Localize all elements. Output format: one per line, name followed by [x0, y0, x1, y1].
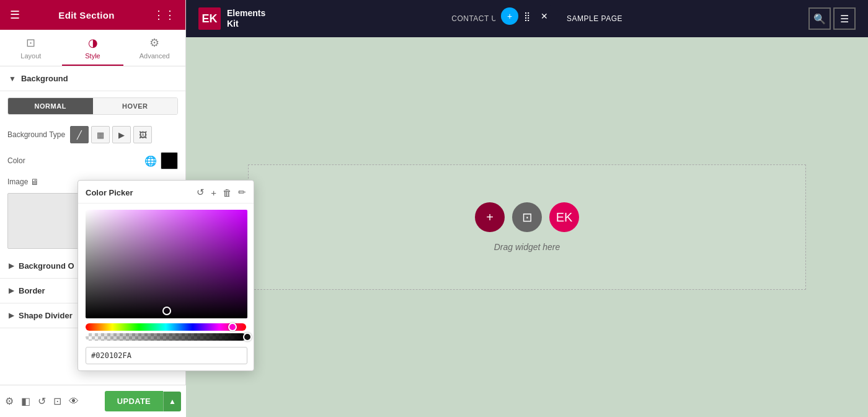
widget-buttons: + ⊡ EK: [475, 202, 579, 232]
cp-title: Color Picker: [86, 188, 133, 197]
style-icon: ◑: [88, 36, 98, 50]
advanced-icon: ⚙: [149, 36, 159, 50]
left-panel: ☰ Edit Section ⋮⋮ ⊡ Layout ◑ Style ⚙ Adv…: [0, 0, 186, 417]
image-label: Image 🖥: [7, 177, 39, 187]
add-widget-btn[interactable]: +: [475, 202, 505, 232]
hover-tab[interactable]: HOVER: [93, 98, 178, 114]
cp-delete-btn[interactable]: 🗑: [223, 187, 232, 198]
cp-add-btn[interactable]: +: [211, 187, 216, 198]
history-icon[interactable]: ↺: [38, 395, 46, 407]
panel-title: Edit Section: [58, 10, 114, 20]
tab-layout-label: Layout: [20, 52, 41, 60]
bg-type-gradient[interactable]: ▦: [91, 126, 110, 143]
settings-icon[interactable]: ⚙: [5, 395, 14, 407]
canvas-area: EK Elements Kit CONTACT US ABOUT SAMPLE …: [186, 0, 868, 417]
tab-layout[interactable]: ⊡ Layout: [0, 30, 62, 66]
layers-icon[interactable]: ◧: [21, 395, 30, 407]
cp-alpha-slider[interactable]: [86, 333, 246, 341]
nav-right-icons: 🔍 ☰: [808, 7, 856, 30]
bg-type-video[interactable]: ▶: [112, 126, 131, 143]
ft-move-btn[interactable]: ⣿: [518, 7, 536, 25]
update-btn-group: UPDATE ▲: [105, 391, 181, 411]
grid-icon[interactable]: ⋮⋮: [153, 8, 175, 22]
ft-add-btn[interactable]: +: [501, 7, 518, 25]
ek-widget-btn[interactable]: EK: [549, 202, 579, 232]
cp-alpha-thumb: [243, 333, 252, 341]
normal-tab[interactable]: NORMAL: [8, 98, 93, 114]
drag-text: Drag widget here: [494, 242, 560, 252]
background-section-header[interactable]: ▼ Background: [0, 66, 185, 91]
color-label: Color: [7, 156, 140, 165]
color-swatch[interactable]: [161, 152, 178, 169]
floating-toolbar: + ⣿ ✕: [495, 5, 559, 27]
tab-style-label: Style: [85, 52, 100, 60]
nav-sample[interactable]: SAMPLE PAGE: [567, 14, 622, 23]
normal-hover-tabs: NORMAL HOVER: [7, 97, 178, 115]
widget-folder-btn[interactable]: ⊡: [512, 202, 542, 232]
chevron-right-icon: ▶: [9, 262, 14, 270]
update-arrow-btn[interactable]: ▲: [163, 392, 181, 411]
bg-type-options: ╱ ▦ ▶ 🖼: [70, 126, 152, 143]
cp-hex-input[interactable]: #020102FA: [86, 347, 247, 364]
search-btn[interactable]: 🔍: [808, 7, 831, 30]
bg-type-classic[interactable]: ╱: [70, 126, 89, 143]
bg-type-label: Background Type: [7, 130, 65, 139]
chevron-down-icon: ▼: [9, 74, 16, 83]
section-inner: + ⊡ EK Drag widget here: [248, 164, 806, 290]
image-icon: 🖥: [30, 177, 39, 187]
panel-header: ☰ Edit Section ⋮⋮: [0, 0, 185, 30]
tab-style[interactable]: ◑ Style: [62, 30, 124, 66]
cp-eyedropper-btn[interactable]: ✏: [238, 187, 246, 198]
cp-cursor: [162, 307, 171, 315]
panel-tabs: ⊡ Layout ◑ Style ⚙ Advanced: [0, 30, 185, 66]
cp-reset-btn[interactable]: ↺: [197, 187, 205, 198]
logo-text: Elements Kit: [227, 8, 265, 29]
ft-close-btn[interactable]: ✕: [536, 7, 553, 25]
logo-area: EK Elements Kit: [198, 7, 265, 30]
responsive-icon[interactable]: ⊡: [53, 395, 61, 407]
update-button[interactable]: UPDATE: [105, 391, 163, 411]
bg-type-row: Background Type ╱ ▦ ▶ 🖼: [0, 121, 185, 148]
layout-icon: ⊡: [26, 36, 35, 50]
cp-actions: ↺ + 🗑 ✏: [197, 187, 246, 198]
color-picker-popup: Color Picker ↺ + 🗑 ✏ #020102FA: [78, 180, 254, 371]
tab-advanced-label: Advanced: [140, 52, 170, 60]
color-controls: 🌐: [144, 152, 178, 169]
section-container: + ⊡ EK Drag widget here: [186, 37, 868, 417]
tab-advanced[interactable]: ⚙ Advanced: [123, 30, 185, 66]
bg-type-slideshow[interactable]: 🖼: [133, 126, 152, 143]
hamburger-icon[interactable]: ☰: [10, 8, 20, 22]
bottom-toolbar: ⚙ ◧ ↺ ⊡ 👁 UPDATE ▲: [0, 385, 186, 417]
toolbar-icons: ⚙ ◧ ↺ ⊡ 👁: [5, 395, 79, 407]
preview-icon[interactable]: 👁: [69, 396, 79, 407]
menu-btn[interactable]: ☰: [833, 7, 856, 30]
cp-gradient-canvas[interactable]: [86, 210, 247, 318]
logo-icon: EK: [198, 7, 221, 30]
cp-gradient-bg: [86, 210, 247, 318]
chevron-right-icon-3: ▶: [9, 312, 14, 320]
cp-hue-slider[interactable]: [86, 323, 246, 331]
color-row: Color 🌐: [0, 148, 185, 173]
global-color-icon[interactable]: 🌐: [144, 155, 157, 167]
chevron-right-icon-2: ▶: [9, 287, 14, 295]
background-label: Background: [21, 74, 68, 83]
cp-header: Color Picker ↺ + 🗑 ✏: [78, 181, 254, 204]
cp-hue-thumb: [228, 323, 237, 331]
